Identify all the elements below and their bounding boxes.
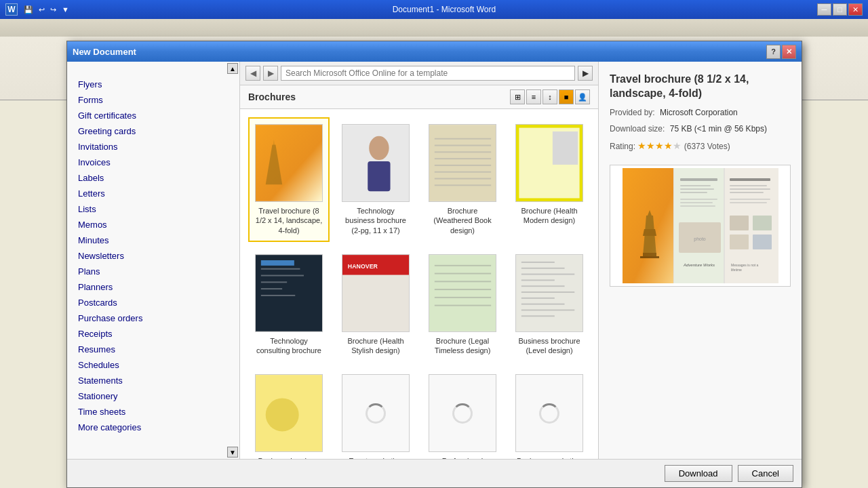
sidebar-item-stationery[interactable]: Stationery: [67, 388, 239, 404]
qat-buttons[interactable]: 💾 ↩ ↪ ▼: [22, 5, 71, 14]
sidebar-scroll-down-button[interactable]: ▼: [227, 447, 238, 458]
sidebar-scroll-area: FlyersFormsGift certificatesGreeting car…: [67, 74, 239, 447]
sidebar-item-receipts[interactable]: Receipts: [67, 326, 239, 342]
template-item-travel-brochure[interactable]: Travel brochure (8 1/2 x 14, landscape, …: [248, 117, 330, 242]
sidebar-item-memos[interactable]: Memos: [67, 217, 239, 232]
svg-rect-64: [680, 202, 713, 203]
sidebar-item-schedules[interactable]: Schedules: [67, 357, 239, 373]
template-item-tech-business[interactable]: Technology business brochure (2-pg, 11 x…: [335, 117, 416, 242]
section-title: Brochures: [248, 92, 296, 102]
word-title: Document1 - Microsoft Word: [71, 5, 817, 14]
sidebar-item-postcards[interactable]: Postcards: [67, 295, 239, 310]
svg-rect-7: [435, 138, 491, 140]
sidebar-item-minutes[interactable]: Minutes: [67, 232, 239, 248]
svg-rect-6: [429, 125, 496, 201]
sidebar-item-purchase-orders[interactable]: Purchase orders: [67, 310, 239, 326]
svg-text:Messages is not a: Messages is not a: [731, 263, 759, 267]
template-thumb-business-marketing: [515, 374, 583, 452]
undo-icon[interactable]: ↩: [37, 5, 47, 14]
sidebar-item-gift-certificates[interactable]: Gift certificates: [67, 108, 239, 123]
search-go-button[interactable]: ▶: [578, 66, 593, 81]
word-close-button[interactable]: ✕: [848, 3, 863, 16]
sidebar-item-planners[interactable]: Planners: [67, 279, 239, 295]
svg-rect-35: [516, 255, 583, 331]
view-btn-1[interactable]: ⊞: [510, 89, 525, 104]
sidebar-item-statements[interactable]: Statements: [67, 373, 239, 388]
cancel-button[interactable]: Cancel: [738, 465, 793, 482]
preview-image-container: photo Adventure Works Messages is: [610, 165, 791, 287]
redo-icon[interactable]: ↪: [48, 5, 58, 14]
sidebar-item-invoices[interactable]: Invoices: [67, 155, 239, 170]
sidebar-item-greeting-cards[interactable]: Greeting cards: [67, 123, 239, 139]
template-item-business-marketing[interactable]: Business marketing: [509, 367, 590, 459]
svg-text:photo: photo: [694, 237, 706, 242]
sidebar-item-letters[interactable]: Letters: [67, 186, 239, 201]
svg-text:HANOVER: HANOVER: [348, 263, 378, 270]
template-item-business-brochure-2[interactable]: Business brochure (8 1/2...: [248, 367, 330, 459]
svg-rect-42: [521, 298, 555, 299]
ribbon-tabs[interactable]: [0, 19, 868, 37]
dialog-help-button[interactable]: ?: [766, 45, 781, 59]
template-item-legal-timeless[interactable]: Brochure (Legal Timeless design): [422, 247, 503, 363]
template-label-business-brochure-2: Business brochure (8 1/2...: [255, 456, 323, 459]
sidebar-item-more-categories[interactable]: More categories: [67, 420, 239, 435]
sidebar-item-labels[interactable]: Labels: [67, 170, 239, 186]
template-item-tech-consulting[interactable]: Technology consulting brochure: [248, 247, 330, 363]
template-item-health-stylish[interactable]: HANOVERBrochure (Health Stylish design): [335, 247, 416, 363]
dialog-close-button[interactable]: ✕: [782, 45, 796, 59]
search-bar: ◀ ▶ ▶: [240, 62, 598, 85]
sidebar-item-newsletters[interactable]: Newsletters: [67, 248, 239, 264]
save-icon[interactable]: 💾: [22, 5, 35, 14]
svg-rect-20: [261, 274, 304, 276]
dialog-titlebar: New Document ? ✕: [67, 41, 802, 62]
download-size-label: Download size:: [610, 124, 665, 134]
qat-customize-icon[interactable]: ▼: [60, 5, 71, 14]
window-controls[interactable]: ─ □ ✕: [817, 3, 863, 16]
svg-rect-61: [680, 188, 714, 190]
sort-button[interactable]: ↕: [542, 89, 557, 104]
dialog-controls[interactable]: ? ✕: [766, 45, 796, 59]
svg-rect-38: [521, 273, 574, 274]
template-thumb-business-level: [515, 254, 583, 332]
maximize-button[interactable]: □: [833, 3, 847, 16]
svg-rect-36: [521, 262, 555, 263]
main-area: ◀ ▶ ▶ Brochures ⊞ ≡ ↕ ■ 👤 Travel broc: [240, 62, 598, 459]
view-buttons[interactable]: ⊞ ≡ ↕ ■ 👤: [510, 89, 590, 104]
rating-line: Rating: ★★★★★ (6373 Votes): [610, 140, 791, 151]
sidebar-item-plans[interactable]: Plans: [67, 264, 239, 279]
svg-rect-34: [435, 305, 491, 306]
sidebar-scroll-up-button[interactable]: ▲: [227, 63, 238, 74]
view-btn-2[interactable]: ≡: [526, 89, 541, 104]
color-btn[interactable]: ■: [559, 89, 574, 104]
word-app-icon: W: [5, 3, 18, 16]
sidebar-item-lists[interactable]: Lists: [67, 201, 239, 217]
back-button[interactable]: ◀: [245, 66, 260, 81]
preview-image: photo Adventure Works Messages is: [623, 168, 778, 283]
svg-rect-56: [643, 253, 656, 256]
template-item-professional-services[interactable]: Professional services: [422, 367, 503, 459]
person-btn[interactable]: 👤: [575, 89, 590, 104]
svg-rect-32: [435, 289, 491, 290]
template-item-weathered-book[interactable]: Brochure (Weathered Book design): [422, 117, 503, 242]
template-item-event-marketing[interactable]: Event marketing: [335, 367, 416, 459]
svg-rect-13: [435, 178, 491, 180]
sidebar-item-time-sheets[interactable]: Time sheets: [67, 404, 239, 420]
template-thumb-tech-business: [342, 124, 410, 202]
template-item-health-modern[interactable]: Brochure (Health Modern design): [509, 117, 590, 242]
svg-rect-45: [521, 315, 555, 317]
download-button[interactable]: Download: [665, 465, 732, 482]
search-input[interactable]: [281, 66, 575, 81]
sidebar-item-flyers[interactable]: Flyers: [67, 77, 239, 92]
template-grid-container[interactable]: Travel brochure (8 1/2 x 14, landscape, …: [240, 109, 598, 459]
sidebar-item-resumes[interactable]: Resumes: [67, 342, 239, 357]
sidebar-item-invitations[interactable]: Invitations: [67, 139, 239, 155]
svg-rect-0: [256, 125, 322, 201]
dialog-title: New Document: [73, 47, 766, 57]
forward-button[interactable]: ▶: [263, 66, 278, 81]
minimize-button[interactable]: ─: [817, 3, 831, 16]
template-item-business-level[interactable]: Business brochure (Level design): [509, 247, 590, 363]
template-thumb-health-stylish: HANOVER: [342, 254, 410, 332]
svg-rect-24: [261, 260, 294, 266]
template-thumb-legal-timeless: [429, 254, 496, 332]
sidebar-item-forms[interactable]: Forms: [67, 92, 239, 108]
